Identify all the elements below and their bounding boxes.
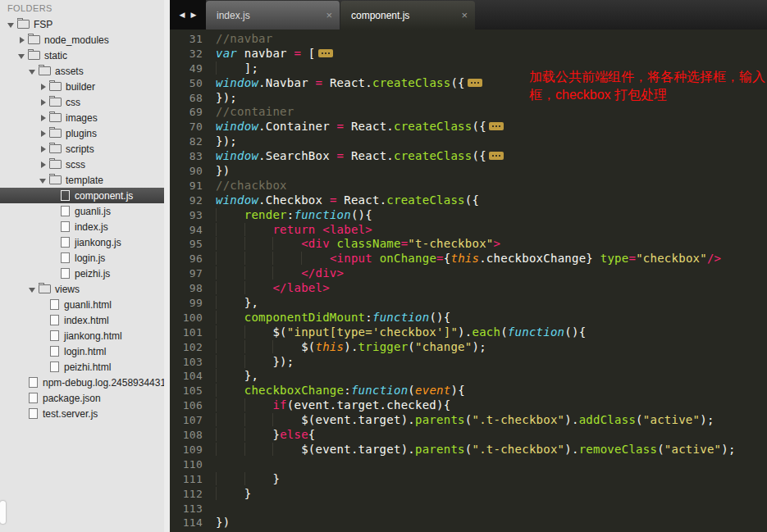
collapse-icon[interactable] [7, 20, 16, 29]
tree-folder-assets[interactable]: assets [0, 63, 170, 79]
code-line[interactable]: 92window.Checkbox = React.createClass({ [170, 193, 767, 208]
code-line[interactable]: 112 } [170, 487, 767, 502]
sidebar-scrollbar-thumb[interactable] [0, 501, 6, 524]
folder-icon [28, 35, 40, 44]
code-line[interactable]: 110 [170, 457, 767, 472]
tree-folder-views[interactable]: views [0, 281, 170, 297]
code-line[interactable]: 111 } [170, 472, 767, 487]
code-line[interactable]: 108 }else{ [170, 428, 767, 443]
tree-file-guanli.js[interactable]: guanli.js [0, 203, 170, 219]
tree-folder-css[interactable]: css [0, 94, 170, 110]
folded-code-icon[interactable] [489, 122, 504, 130]
tree-file-index.html[interactable]: index.html [0, 312, 170, 328]
code-line[interactable]: 103 }); [170, 355, 767, 370]
code-line[interactable]: 32var navbar = [ [170, 47, 767, 61]
tab-index-js[interactable]: index.js × [206, 1, 340, 30]
tree-file-index.js[interactable]: index.js [0, 219, 170, 234]
line-content: }) [203, 164, 767, 179]
tab-scroll-left-icon[interactable]: ◀ [180, 11, 185, 19]
expand-icon[interactable] [39, 161, 48, 169]
tree-file-login.html[interactable]: login.html [0, 343, 170, 359]
tree-folder-images[interactable]: images [0, 110, 170, 125]
tree-file-component.js[interactable]: component.js [0, 188, 170, 203]
code-line[interactable]: 99 }, [170, 296, 767, 311]
line-content: </div> [203, 266, 767, 281]
expand-icon[interactable] [39, 145, 48, 153]
code-line[interactable]: 91//chackbox [170, 179, 767, 193]
line-content: //chackbox [203, 179, 767, 193]
line-content: render:function(){ [203, 208, 767, 223]
tab-close-icon[interactable]: × [461, 10, 468, 20]
code-line[interactable]: 113 [170, 502, 767, 516]
expand-icon[interactable] [39, 98, 48, 107]
indent-spacer [17, 394, 27, 402]
code-line[interactable]: 69//container [170, 105, 767, 120]
collapse-icon[interactable] [39, 176, 48, 184]
line-number: 98 [170, 281, 203, 296]
tree-item-label: peizhi.js [75, 268, 110, 280]
expand-icon[interactable] [39, 83, 48, 91]
tree-file-peizhi.js[interactable]: peizhi.js [0, 266, 170, 281]
expand-icon[interactable] [17, 36, 27, 44]
tree-file-npm-debug.log.2458934431[interactable]: npm-debug.log.2458934431 [0, 375, 170, 390]
tree-file-peizhi.html[interactable]: peizhi.html [0, 359, 170, 375]
line-number: 32 [170, 47, 203, 61]
tree-folder-static[interactable]: static [0, 48, 170, 63]
tree-item-label: images [66, 112, 98, 124]
tree-item-label: guanli.html [64, 299, 112, 311]
line-number: 107 [170, 413, 203, 428]
collapse-icon[interactable] [28, 67, 38, 75]
tree-item-label: component.js [75, 190, 133, 202]
code-line[interactable]: 70window.Container = React.createClass({ [170, 120, 767, 134]
code-line[interactable]: 109 $(event.target).parents(".t-checkbox… [170, 443, 767, 457]
code-line[interactable]: 105 checkboxChange:function(event){ [170, 384, 767, 398]
collapse-icon[interactable] [28, 285, 38, 293]
tree-file-login.js[interactable]: login.js [0, 250, 170, 266]
collapse-icon[interactable] [17, 52, 27, 60]
tree-item-label: css [66, 97, 80, 108]
code-line[interactable]: 101 $("input[type='checkbox']").each(fun… [170, 325, 767, 340]
expand-icon[interactable] [39, 114, 48, 122]
expand-icon[interactable] [39, 130, 48, 138]
tree-folder-plugins[interactable]: plugins [0, 125, 170, 141]
code-line[interactable]: 95 <div className="t-checkbox"> [170, 237, 767, 252]
code-editor[interactable]: 31//navbar32var navbar = [49 ];50window.… [170, 30, 767, 532]
indent-spacer [17, 379, 27, 387]
tree-file-jiankong.js[interactable]: jiankong.js [0, 234, 170, 250]
code-line[interactable]: 93 render:function(){ [170, 208, 767, 223]
tree-item-label: assets [55, 66, 84, 77]
tree-file-test.server.js[interactable]: test.server.js [0, 406, 170, 421]
code-line[interactable]: 97 </div> [170, 266, 767, 281]
folded-code-icon[interactable] [489, 152, 504, 160]
tree-folder-node_modules[interactable]: node_modules [0, 32, 170, 48]
folded-code-icon[interactable] [468, 79, 482, 87]
tree-file-package.json[interactable]: package.json [0, 390, 170, 406]
tree-folder-template[interactable]: template [0, 172, 170, 188]
code-line[interactable]: 114}) [170, 516, 767, 530]
code-line[interactable]: 82}); [170, 134, 767, 149]
tab-scroll-right-icon[interactable]: ▶ [191, 11, 197, 19]
tab-close-icon[interactable]: × [326, 10, 332, 20]
tree-file-jiankong.html[interactable]: jiankong.html [0, 328, 170, 343]
tree-file-guanli.html[interactable]: guanli.html [0, 297, 170, 312]
code-line[interactable]: 90}) [170, 164, 767, 179]
code-line[interactable]: 94 return <label> [170, 223, 767, 238]
code-line[interactable]: 104 }, [170, 369, 767, 384]
tab-component-js[interactable]: component.js × [340, 1, 475, 30]
code-line[interactable]: 107 $(event.target).parents(".t-checkbox… [170, 413, 767, 428]
folder-icon [49, 113, 62, 122]
code-line[interactable]: 106 if(event.target.checked){ [170, 398, 767, 413]
code-line[interactable]: 31//navbar [170, 32, 767, 47]
tree-folder-scss[interactable]: scss [0, 157, 170, 172]
code-line[interactable]: 102 $(this).trigger("change"); [170, 340, 767, 355]
tree-folder-FSP[interactable]: FSP [0, 16, 170, 32]
folded-code-icon[interactable] [318, 49, 333, 57]
tree-folder-builder[interactable]: builder [0, 79, 170, 94]
code-line[interactable]: 83window.SearchBox = React.createClass({ [170, 149, 767, 164]
code-line[interactable]: 98 </label> [170, 281, 767, 296]
tree-folder-scripts[interactable]: scripts [0, 141, 170, 157]
code-line[interactable]: 100 componentDidMount:function(){ [170, 311, 767, 325]
folder-tree: FSPnode_modulesstaticassetsbuildercssima… [0, 16, 170, 421]
folder-icon [49, 98, 62, 107]
code-line[interactable]: 96 <input onChange={this.checkboxChange}… [170, 252, 767, 266]
